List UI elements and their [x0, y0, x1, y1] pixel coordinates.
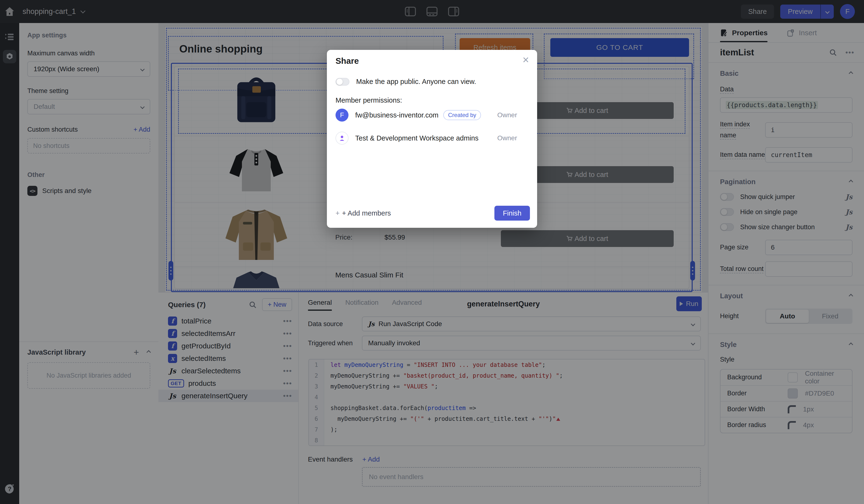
- plus-icon: +: [336, 209, 339, 217]
- member-role[interactable]: Owner: [497, 134, 517, 142]
- member-name: fw@business-inventor.com: [355, 111, 439, 119]
- member-row: Ffw@business-inventor.comCreated byOwner: [336, 108, 528, 123]
- app-builder-window: shopping-cart_1 Share: [0, 0, 864, 504]
- add-members-link[interactable]: ++ Add members: [336, 209, 391, 217]
- member-name: Test & Development Workspace admins: [355, 134, 479, 142]
- member-row: Test & Development Workspace adminsOwner: [336, 131, 528, 146]
- user-avatar: F: [336, 109, 348, 122]
- share-modal: Share × Make the app public. Anyone can …: [327, 50, 537, 228]
- close-icon[interactable]: ×: [523, 54, 529, 65]
- public-app-toggle[interactable]: [336, 78, 349, 86]
- member-permissions-label: Member permissions:: [336, 96, 402, 104]
- group-avatar: [336, 132, 348, 145]
- public-app-toggle-label: Make the app public. Anyone can view.: [356, 78, 476, 86]
- share-modal-title: Share: [336, 56, 359, 66]
- add-members-label: + Add members: [342, 209, 391, 217]
- member-role[interactable]: Owner: [497, 111, 517, 119]
- finish-button[interactable]: Finish: [494, 206, 530, 221]
- created-by-badge: Created by: [443, 110, 481, 120]
